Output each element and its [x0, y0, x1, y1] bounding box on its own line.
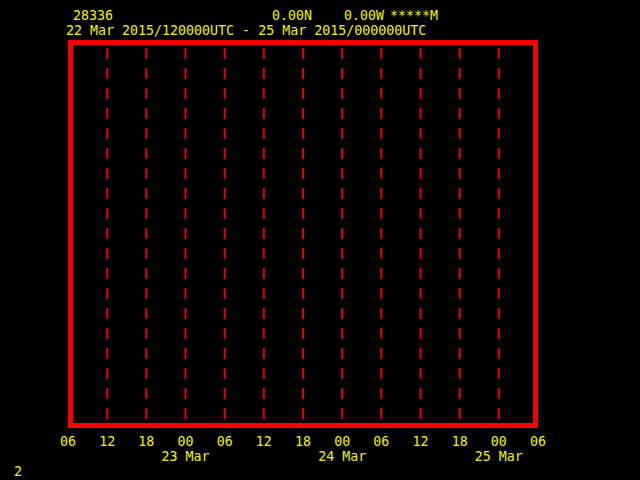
x-tick-label: 12 — [99, 435, 115, 448]
page-number: 2 — [14, 465, 22, 478]
x-date-label: 24 Mar — [318, 450, 366, 463]
meteogram-screen: 28336 0.00N 0.00W *****M 22 Mar 2015/120… — [0, 0, 640, 480]
x-tick-label: 00 — [334, 435, 350, 448]
x-tick-label: 00 — [177, 435, 193, 448]
time-gridlines-group — [107, 48, 499, 420]
x-tick-label: 06 — [60, 435, 76, 448]
x-tick-label: 06 — [373, 435, 389, 448]
time-range-title: 22 Mar 2015/120000UTC - 25 Mar 2015/0000… — [66, 24, 426, 37]
x-tick-label: 18 — [138, 435, 154, 448]
x-tick-label: 00 — [491, 435, 507, 448]
x-tick-label: 12 — [412, 435, 428, 448]
plot-frame-and-grid — [0, 0, 640, 480]
x-date-label: 23 Mar — [161, 450, 209, 463]
elevation-value: *****M — [390, 9, 438, 22]
x-tick-label: 18 — [452, 435, 468, 448]
station-id: 28336 — [73, 9, 113, 22]
x-tick-label: 06 — [530, 435, 546, 448]
longitude-value: 0.00W — [344, 9, 384, 22]
x-tick-label: 18 — [295, 435, 311, 448]
latitude-value: 0.00N — [272, 9, 312, 22]
x-tick-label: 06 — [217, 435, 233, 448]
x-tick-label: 12 — [256, 435, 272, 448]
x-date-label: 25 Mar — [475, 450, 523, 463]
